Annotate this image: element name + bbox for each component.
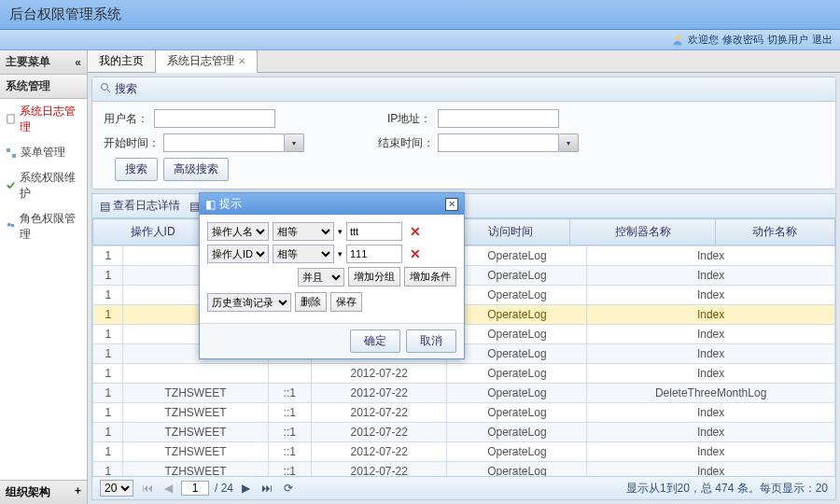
svg-line-7: [107, 90, 110, 92]
table-cell: Index: [587, 364, 835, 384]
switch-user-link[interactable]: 切换用户: [767, 33, 808, 47]
delete-cond-button[interactable]: ✕: [406, 224, 425, 239]
ok-button[interactable]: 确定: [350, 329, 400, 353]
dialog-header[interactable]: ◧提示 ✕: [200, 193, 464, 215]
table-cell: Index: [587, 403, 835, 423]
adv-search-button[interactable]: 高级搜索: [163, 158, 229, 181]
calendar-icon[interactable]: ▾: [285, 133, 304, 152]
delete-cond-button[interactable]: ✕: [406, 246, 425, 261]
column-header[interactable]: 动作名称: [715, 219, 834, 245]
sidebar-section[interactable]: 系统管理: [0, 75, 87, 99]
svg-point-6: [102, 84, 108, 91]
table-cell: OperateLog: [447, 384, 587, 403]
table-cell: Index: [587, 286, 835, 305]
next-page-button[interactable]: ▶: [239, 482, 253, 495]
column-header[interactable]: 控制器名称: [570, 219, 715, 245]
close-button[interactable]: ✕: [445, 198, 458, 211]
column-header[interactable]: 访问时间: [451, 219, 570, 245]
prev-page-button[interactable]: ◀: [161, 482, 175, 495]
table-cell: OperateLog: [447, 246, 587, 266]
table-cell: 2012-07-22: [311, 462, 447, 477]
view-detail-button[interactable]: ▤查看日志详情: [100, 198, 180, 214]
table-cell: OperateLog: [447, 364, 587, 384]
delete-history-button[interactable]: 删除: [295, 292, 327, 312]
page-size-select[interactable]: 20: [100, 480, 133, 497]
refresh-button[interactable]: ⟳: [281, 482, 296, 495]
table-cell: OperateLog: [447, 266, 587, 286]
table-row[interactable]: 1TZHSWEET::12012-07-22OperateLogIndex: [93, 423, 835, 442]
org-label: 组织架构: [6, 484, 50, 500]
tab-label: 系统日志管理: [167, 53, 234, 69]
close-icon[interactable]: ✕: [238, 56, 245, 66]
pager: 20 ⏮ ◀ / 24 ▶ ⏭ ⟳ 显示从1到20，总 474 条。每页显示：2…: [91, 477, 836, 500]
calendar-icon[interactable]: ▾: [559, 133, 579, 152]
save-history-button[interactable]: 保存: [330, 292, 362, 312]
doc-icon: [6, 114, 16, 125]
search-panel: 搜索 用户名： IP地址： 开始时间：▾ 结束时间：▾ 搜索 高级搜索: [91, 77, 836, 189]
history-select[interactable]: 历史查询记录: [207, 293, 291, 312]
table-row[interactable]: 1TZHSWEET::12012-07-22OperateLogIndex: [93, 442, 835, 462]
start-input[interactable]: [163, 133, 285, 152]
table-row[interactable]: 1TZHSWEET::12012-07-22OperateLogDeleteTh…: [93, 384, 835, 403]
sidebar-item-role[interactable]: 角色权限管理: [0, 206, 87, 247]
svg-rect-2: [7, 148, 10, 152]
cancel-button[interactable]: 取消: [406, 329, 456, 353]
sidebar-item-menu[interactable]: 菜单管理: [0, 140, 87, 165]
table-row[interactable]: 1TZHSWEET::12012-07-22OperateLogIndex: [93, 403, 835, 423]
column-header[interactable]: 操作人ID: [93, 219, 213, 245]
op-select[interactable]: 相等: [273, 245, 334, 263]
table-cell: Index: [587, 305, 835, 325]
user-icon: [671, 34, 684, 47]
field-select[interactable]: 操作人ID: [207, 245, 269, 263]
table-cell: 2012-07-22: [311, 442, 447, 462]
first-page-button[interactable]: ⏮: [139, 482, 156, 495]
table-cell: TZHSWEET: [123, 384, 268, 403]
table-cell: TZHSWEET: [123, 423, 268, 442]
table-cell: Index: [587, 462, 835, 477]
ip-label: IP地址：: [387, 111, 434, 127]
add-group-button[interactable]: 增加分组: [348, 267, 400, 287]
page-input[interactable]: [181, 481, 209, 496]
table-cell: OperateLog: [447, 286, 587, 305]
table-cell: 1: [93, 442, 123, 462]
field-select[interactable]: 操作人名称: [207, 222, 269, 241]
last-page-button[interactable]: ⏭: [259, 482, 275, 495]
table-cell: TZHSWEET: [123, 462, 268, 477]
table-row[interactable]: 1TZHSWEET::12012-07-22OperateLogIndex: [93, 462, 835, 477]
value-input[interactable]: [346, 245, 402, 263]
end-input[interactable]: [438, 133, 559, 152]
ip-input[interactable]: [438, 109, 559, 128]
op-select[interactable]: 相等: [273, 222, 334, 241]
collapse-button[interactable]: «: [75, 56, 81, 69]
tab-home[interactable]: 我的主页: [88, 50, 156, 72]
logic-select[interactable]: 并且: [298, 268, 344, 287]
tab-syslog[interactable]: 系统日志管理✕: [156, 50, 258, 73]
value-input[interactable]: [346, 222, 402, 241]
sidebar-footer[interactable]: 组织架构 +: [0, 480, 87, 504]
change-password-link[interactable]: 修改密码: [722, 33, 763, 47]
add-cond-button[interactable]: 增加条件: [404, 267, 456, 287]
table-cell: 1: [93, 325, 123, 344]
table-cell: ::1: [268, 403, 311, 423]
sidebar-item-perm[interactable]: 系统权限维护: [0, 165, 87, 206]
table-cell: 1: [93, 384, 123, 403]
chevron-down-icon[interactable]: ▾: [338, 249, 343, 259]
table-cell: 2012-07-22: [311, 364, 447, 384]
sidebar-item-syslog[interactable]: 系统日志管理: [0, 99, 87, 140]
table-row[interactable]: 12012-07-22OperateLogIndex: [93, 364, 835, 384]
expand-button[interactable]: +: [75, 484, 81, 500]
table-cell: 1: [93, 364, 123, 384]
total-pages-label: / 24: [215, 482, 233, 495]
svg-rect-1: [7, 115, 14, 123]
table-cell: ::1: [268, 423, 311, 442]
username-label: 用户名：: [104, 111, 150, 127]
table-cell: 2012-07-22: [311, 423, 447, 442]
username-input[interactable]: [154, 109, 275, 128]
sidebar-item-label: 系统日志管理: [20, 104, 81, 135]
sidebar-header: 主要菜单 «: [0, 50, 87, 75]
table-cell: OperateLog: [447, 325, 587, 344]
table-cell: OperateLog: [447, 462, 587, 477]
search-button[interactable]: 搜索: [115, 158, 158, 181]
chevron-down-icon[interactable]: ▾: [338, 227, 343, 236]
logout-link[interactable]: 退出: [812, 33, 833, 47]
